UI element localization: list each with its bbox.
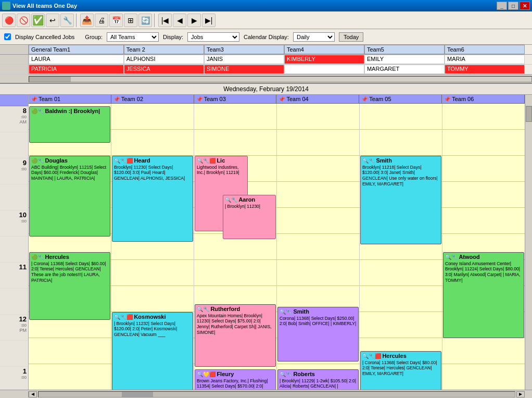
grid-button[interactable]: ⊞ (124, 14, 137, 27)
member-gen-r2: PATRICIA (29, 65, 124, 74)
horizontal-scrollbar[interactable]: ◀ ▶ (0, 390, 532, 398)
event-aaron[interactable]: 🔍🔧 Aaron| Brooklyn| 11230| (223, 195, 276, 239)
member-t5-r1: EMILY (364, 55, 445, 64)
team03-col: 🔍🔧🟥 LicLightwood Industires, Inc.| Brook… (194, 104, 277, 390)
event-douglas[interactable]: 🟢🔧 DouglasABC Building| Brooklyn| 11215|… (29, 156, 110, 237)
team4-header: Team4 (284, 45, 364, 54)
team3-header: Team3 (204, 45, 284, 54)
team5-header: Team5 (364, 45, 445, 54)
member-t6-r2: TOMMY (445, 65, 525, 74)
minimize-button[interactable]: _ (497, 2, 507, 10)
display-select[interactable]: Jobs (187, 32, 239, 42)
calendar-date-header: Wednesday, February 19/2014 (0, 84, 532, 95)
event-roberts[interactable]: 🔍🔧 Roberts| Brooklyn| 11229| 1-2wk| $105… (277, 369, 359, 390)
close-button[interactable]: ✕ (520, 2, 530, 10)
nav-last-button[interactable]: ▶| (202, 14, 216, 27)
event-hercules-t01[interactable]: 🟢🔧 Hercules| Corona| 11368| Select Days|… (29, 252, 110, 320)
calendar-display-label: Calendar Display: (244, 34, 289, 40)
member-t5-r2: MARGARET (364, 65, 445, 74)
tools-button[interactable]: 🔧 (60, 14, 74, 27)
h-scrollbar-track[interactable] (38, 391, 515, 397)
time-label-1230 (0, 341, 28, 367)
cal-header-team02: 📌Team 02 (111, 95, 194, 104)
time-label-12: 12:00PM (0, 315, 28, 341)
member-t2-r1: ALPHONSI (124, 55, 204, 64)
time-label-1: 1:00 (0, 367, 28, 390)
team2-header: Team 2 (124, 45, 204, 54)
cal-header-team04: 📌Team 04 (276, 95, 359, 104)
h-scrollbar-thumb[interactable] (122, 392, 153, 397)
event-smith-t05[interactable]: 🔍🔧 SmithBrooklyn| 11218| Select Days| $1… (360, 156, 441, 244)
time-label-1030 (0, 237, 28, 263)
export-button[interactable]: 📤 (80, 14, 94, 27)
team06-col: 🔍🔧 AtwoodConey Island Amusement Center| … (442, 104, 525, 390)
app-icon (2, 2, 10, 10)
title-bar: View All teams One Day _ □ ✕ (0, 0, 532, 11)
window-controls: _ □ ✕ (497, 2, 530, 10)
member-t2-r2: JESSICA (124, 65, 204, 74)
member-t6-r1: MARIA (445, 55, 525, 64)
group-select[interactable]: All Teams (107, 32, 159, 42)
display-cancelled-checkbox[interactable] (4, 33, 11, 40)
member-t4-r2 (284, 65, 364, 74)
date-button[interactable]: 📅 (109, 14, 123, 27)
cal-header-team01: 📌Team 01 (29, 95, 111, 104)
toolbar-separator-1 (76, 14, 78, 27)
event-fleury[interactable]: 🔍💛🟥 FleuryBrown Jeans Factory, Inc.| Flu… (195, 369, 276, 390)
app-window: View All teams One Day _ □ ✕ 🔴 🚫 ✅ ↩ 🔧 📤… (0, 0, 532, 398)
team6-header: Team6 (445, 45, 525, 54)
team05-col: 🔍🔧 SmithBrooklyn| 11218| Select Days| $1… (360, 104, 442, 390)
print-button[interactable]: 🖨 (95, 14, 108, 27)
cal-header-team05: 📌Team 05 (359, 95, 442, 104)
event-heard[interactable]: 🔍🔧🟥 HeardBrooklyn| 11230| Select Days| $… (112, 156, 193, 242)
gen-team-header: General Team1 (29, 45, 124, 54)
team04-col: 🔍🔧 SmithCorona| 11368| Select Days| $250… (277, 104, 360, 390)
back-button[interactable]: ↩ (46, 14, 59, 27)
time-label-930 (0, 184, 28, 210)
event-hercules-t05[interactable]: 🔍🔧🟥 Hercules| Corona| 11368| Select Days… (360, 351, 441, 390)
calendar-display-select[interactable]: Daily (293, 32, 335, 42)
event-atwood[interactable]: 🔍🔧 AtwoodConey Island Amusement Center| … (443, 252, 524, 338)
team-header-section: General Team1 Team 2 Team3 Team4 Team5 T… (0, 45, 532, 84)
save-button[interactable]: ✅ (31, 14, 45, 27)
event-rutherford[interactable]: 🔍🔧 RutherfordApex Mountain Homes| Brookl… (195, 304, 276, 367)
toolbar-separator-2 (154, 14, 156, 27)
event-kosmowski[interactable]: 🔍🔧🟥 Kosmowski| Brooklyn| 11232| Select D… (112, 312, 193, 390)
time-label-8: 8:00AM (0, 106, 28, 132)
display-label: Display: (163, 34, 183, 40)
member-gen-r1: LAURA (29, 55, 124, 64)
event-smith-t04[interactable]: 🔍🔧 SmithCorona| 11368| Select Days| $250… (277, 307, 359, 362)
main-toolbar: 🔴 🚫 ✅ ↩ 🔧 📤 🖨 📅 ⊞ 🔄 |◀ ◀ ▶ ▶| (0, 11, 532, 29)
today-button[interactable]: Today (339, 32, 363, 42)
options-bar: Display Cancelled Jobs Group: All Teams … (0, 29, 532, 45)
cal-header-team03: 📌Team 03 (194, 95, 277, 104)
cal-header-team06: 📌Team 06 (442, 95, 525, 104)
cancel-button[interactable]: 🚫 (17, 14, 30, 27)
window-title: View All teams One Day (12, 3, 77, 9)
event-baldwin[interactable]: 🟢🔧 Baldwin :| Brooklyn| (29, 106, 110, 143)
time-label-830 (0, 132, 28, 158)
refresh-button[interactable]: 🔄 (138, 14, 152, 27)
team01-col: 🟢🔧 Baldwin :| Brooklyn| 🟢🔧 DouglasABC Bu… (29, 104, 111, 390)
restore-button[interactable]: □ (508, 2, 518, 10)
member-t3-r2: SIMONE (204, 65, 284, 74)
member-t3-r1: JANIS (204, 55, 284, 64)
member-t4-r1: KIMBERLY (284, 55, 364, 64)
nav-next-button[interactable]: ▶ (187, 14, 201, 27)
group-label: Group: (85, 34, 103, 40)
time-label-1130 (0, 289, 28, 315)
nav-prev-button[interactable]: ◀ (173, 14, 186, 27)
nav-first-button[interactable]: |◀ (158, 14, 172, 27)
team02-col: 🔍🔧🟥 HeardBrooklyn| 11230| Select Days| $… (111, 104, 194, 390)
time-label-9: 9:00 (0, 158, 28, 184)
time-label-10: 10:00 (0, 210, 28, 237)
display-cancelled-label: Display Cancelled Jobs (15, 34, 74, 40)
new-button[interactable]: 🔴 (2, 14, 16, 27)
time-label-11: 11 (0, 263, 28, 289)
